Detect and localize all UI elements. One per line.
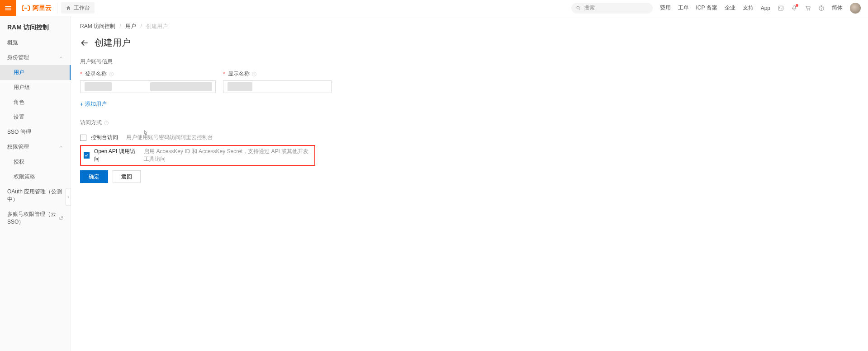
redacted-value [228,82,252,91]
header-links: 费用 工单 ICP 备案 企业 支持 App 简体 [660,3,868,14]
sidebar-title: RAM 访问控制 [0,16,71,35]
external-link-icon [59,216,63,220]
header-link-enterprise[interactable]: 企业 [725,4,735,12]
add-user-button[interactable]: + 添加用户 [80,98,107,111]
sidebar-item-overview[interactable]: 概览 [0,35,71,50]
access-console-row: 控制台访问 用户使用账号密码访问阿里云控制台 [80,131,859,144]
brand-logo[interactable]: 阿里云 [16,3,57,14]
sidebar-collapse-button[interactable] [66,188,71,206]
workbench-link[interactable]: 工作台 [61,2,95,14]
sidebar-item-roles[interactable]: 角色 [0,95,71,110]
section-access-method: 访问方式 [80,119,859,126]
add-user-label: 添加用户 [85,100,107,108]
header-link-support[interactable]: 支持 [743,4,754,12]
section-account-info: 用户账号信息 [80,58,859,66]
chevron-up-icon [59,144,63,150]
redacted-suffix [150,82,212,91]
breadcrumb-users[interactable]: 用户 [125,23,136,29]
form-row: * 登录名称 * 显示名称 [80,70,859,93]
display-name-input[interactable] [223,80,332,93]
api-access-label: Open API 调用访问 [94,148,136,163]
svg-rect-1 [778,6,783,10]
login-name-label: 登录名称 [85,70,107,78]
chevron-left-icon [66,195,70,199]
field-label: * 显示名称 [223,70,332,78]
main-content: RAM 访问控制 / 用户 / 创建用户 创建用户 用户账号信息 * 登录名称 [71,16,868,351]
back-button[interactable] [80,38,89,47]
console-access-desc: 用户使用账号密码访问阿里云控制台 [126,134,213,141]
sidebar-item-multi-account[interactable]: 多账号权限管理（云 SSO） [0,207,71,229]
header-help-icon[interactable] [818,5,825,11]
sidebar-item-users[interactable]: 用户 [0,65,71,80]
access-api-row: Open API 调用访问 启用 AccessKey ID 和 AccessKe… [80,145,315,166]
chevron-up-icon [59,55,63,61]
field-display-name: * 显示名称 [223,70,332,93]
sidebar-item-user-groups[interactable]: 用户组 [0,80,71,95]
aliyun-logo-icon [22,5,30,11]
svg-point-0 [577,6,579,9]
required-star: * [80,71,82,77]
field-login-name: * 登录名称 [80,70,216,93]
user-avatar[interactable] [850,3,861,14]
header-link-ticket[interactable]: 工单 [678,4,689,12]
svg-point-3 [809,9,810,10]
console-access-label: 控制台访问 [91,134,118,141]
sidebar: RAM 访问控制 概览 身份管理 用户 用户组 角色 设置 SSO 管理 权限管… [0,16,71,351]
help-icon[interactable] [109,71,114,77]
header-cart-icon[interactable] [805,5,811,11]
home-icon [66,5,71,11]
header-link-app[interactable]: App [761,5,770,11]
sidebar-item-settings[interactable]: 设置 [0,110,71,125]
header-lang[interactable]: 简体 [832,4,843,12]
search-input[interactable]: 搜索 [571,3,653,14]
required-star: * [223,71,225,77]
sidebar-item-oauth[interactable]: OAuth 应用管理（公测中） [0,184,71,207]
sidebar-item-perm-mgmt[interactable]: 权限管理 [0,140,71,154]
api-access-checkbox[interactable] [84,152,90,159]
notification-badge [796,4,798,7]
header-cloudshell-icon[interactable] [778,5,784,11]
plus-icon: + [80,101,83,108]
display-name-label: 显示名称 [228,70,250,78]
top-header: 阿里云 工作台 搜索 费用 工单 ICP 备案 企业 支持 App 简体 [0,0,868,16]
svg-point-7 [111,75,111,75]
header-link-cost[interactable]: 费用 [660,4,671,12]
breadcrumb-sep: / [140,23,142,29]
search-placeholder: 搜索 [584,4,595,12]
svg-point-11 [106,124,107,124]
breadcrumb-sep: / [119,23,121,29]
breadcrumb-current: 创建用户 [146,23,168,29]
breadcrumb-ram[interactable]: RAM 访问控制 [80,23,115,29]
arrow-left-icon [80,38,89,47]
sidebar-item-policies[interactable]: 权限策略 [0,169,71,184]
workbench-label: 工作台 [74,4,90,12]
confirm-button[interactable]: 确定 [80,170,108,183]
help-icon[interactable] [104,120,109,126]
login-name-input[interactable] [80,80,216,93]
field-label: * 登录名称 [80,70,216,78]
svg-point-2 [807,9,808,10]
api-access-desc: 启用 AccessKey ID 和 AccessKey Secret，支持通过 … [144,148,312,163]
sidebar-item-identity-mgmt[interactable]: 身份管理 [0,50,71,65]
page-title: 创建用户 [95,37,131,49]
sidebar-item-grants[interactable]: 授权 [0,154,71,169]
search-icon [576,5,581,11]
breadcrumb: RAM 访问控制 / 用户 / 创建用户 [80,16,859,37]
header-link-icp[interactable]: ICP 备案 [696,4,717,12]
sidebar-item-sso[interactable]: SSO 管理 [0,125,71,140]
check-icon [84,153,89,158]
svg-point-5 [821,9,821,9]
redacted-value [85,82,112,91]
header-notification-icon[interactable] [791,5,797,11]
help-icon[interactable] [251,71,257,77]
back-button[interactable]: 返回 [113,170,141,183]
svg-point-9 [254,75,254,75]
button-row: 确定 返回 [80,170,859,183]
console-access-checkbox[interactable] [80,135,86,141]
brand-text: 阿里云 [33,4,52,12]
page-title-row: 创建用户 [80,37,859,49]
hamburger-icon [4,4,12,12]
menu-toggle-button[interactable] [0,0,16,16]
